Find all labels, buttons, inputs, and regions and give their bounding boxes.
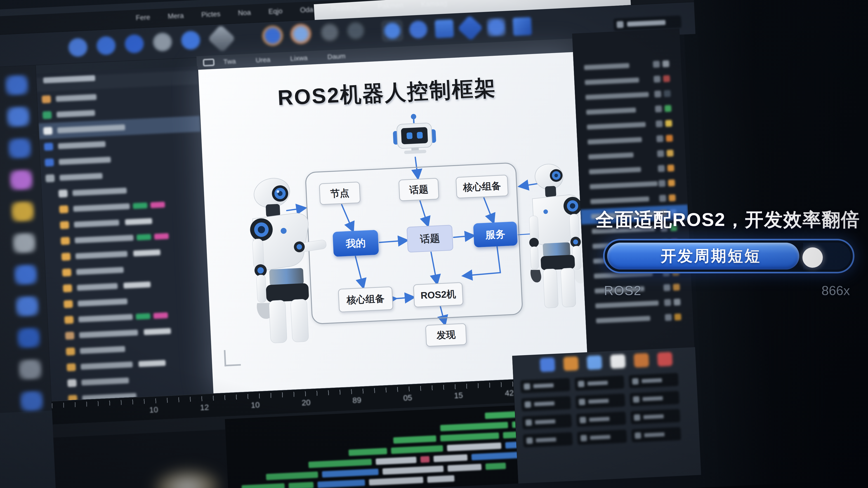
ruler-number: 10: [251, 400, 260, 410]
node-huati-1: 话题: [399, 178, 439, 201]
marketing-headline: 全面适配ROS2，开发效率翻倍: [590, 207, 866, 232]
photo-of-monitor: FereMeraPictesNoaEqjoOdaPwadaagPakmenKam…: [0, 0, 868, 488]
slider-caption-left: ROS2: [604, 283, 642, 298]
tool-strip-icon[interactable]: [7, 138, 32, 159]
viewport-icon: [203, 59, 215, 66]
coordinates-panel: [512, 347, 701, 484]
node-hexin-1: 核心组备: [456, 175, 508, 199]
menu-item[interactable]: Mera: [167, 12, 184, 21]
left-strip-icons: [4, 74, 44, 412]
scale-tool-icon[interactable]: [124, 34, 145, 54]
object-manager-panel[interactable]: [36, 66, 213, 401]
tool-strip-icon[interactable]: [15, 296, 39, 317]
material-sphere2-icon[interactable]: [345, 20, 366, 41]
material-sphere-icon[interactable]: [319, 22, 340, 43]
select-tool-icon[interactable]: [152, 32, 173, 52]
menu-item[interactable]: Pictes: [201, 10, 221, 19]
viewport-canvas[interactable]: ROS2机器人控制框架: [198, 52, 588, 394]
tool-strip-icon[interactable]: [17, 327, 41, 348]
tool-strip-icon[interactable]: [4, 74, 29, 96]
coordinates-toolbar-icons: [540, 352, 673, 372]
tool-strip-icon[interactable]: [9, 169, 33, 191]
attribute-manager-panel[interactable]: [572, 29, 695, 363]
move-tool-icon[interactable]: [68, 37, 88, 57]
node-jiedian: 节点: [319, 182, 361, 205]
ruler-number: 10: [149, 405, 158, 415]
ruler-number: 05: [403, 393, 412, 402]
viewport-menu-item[interactable]: Lixwa: [290, 54, 308, 63]
panel-icon[interactable]: [657, 352, 673, 366]
menu-item[interactable]: Noa: [238, 8, 251, 18]
tree-object-icon[interactable]: [383, 21, 402, 40]
panel-icon[interactable]: [610, 354, 626, 369]
coordinate-field[interactable]: [577, 429, 627, 445]
coordinate-field[interactable]: [520, 378, 570, 393]
viewport-menu-item[interactable]: Urea: [255, 56, 271, 64]
tool-strip-icon[interactable]: [6, 106, 31, 127]
tool-strip-icon[interactable]: [10, 201, 35, 222]
node-faxian: 发现: [425, 323, 467, 347]
coordinate-field[interactable]: [576, 412, 626, 427]
menu-item[interactable]: Oda: [300, 6, 313, 14]
object-manager-rows: [37, 84, 213, 401]
render-settings-icon[interactable]: [290, 23, 312, 44]
node-fuwu: 服务: [473, 221, 518, 248]
tool-strip-icon[interactable]: [12, 233, 36, 254]
console-left-panel: [53, 429, 228, 488]
panel-icon[interactable]: [540, 357, 555, 372]
coordinate-field[interactable]: [629, 391, 679, 406]
node-wode: 我的: [333, 230, 379, 257]
coordinate-field[interactable]: [576, 394, 625, 409]
panel-tab-icon: [617, 21, 624, 28]
cube-blue-icon[interactable]: [513, 17, 532, 36]
coordinate-field[interactable]: [630, 409, 680, 424]
pen-tool-icon[interactable]: [487, 18, 506, 37]
node-ros2: ROS2机: [413, 282, 464, 307]
coordinate-field[interactable]: [575, 376, 624, 391]
coordinate-field[interactable]: [629, 373, 679, 388]
ruler-number: 89: [352, 395, 362, 405]
console-glow: [152, 468, 221, 488]
diamond-icon[interactable]: [208, 25, 236, 53]
render-view-icon[interactable]: [262, 25, 283, 46]
node-huati-2: 话题: [407, 225, 454, 253]
coordinate-fields: [520, 372, 688, 448]
tool-strip-icon[interactable]: [13, 264, 38, 285]
ruler-number: 42: [505, 388, 514, 398]
viewport-menu-item[interactable]: Twa: [223, 57, 236, 66]
dev-cycle-slider[interactable]: 开发周期短短: [603, 239, 855, 273]
render-icon[interactable]: [181, 30, 201, 50]
ruler-number: 15: [454, 391, 463, 400]
coordinate-field[interactable]: [523, 432, 572, 448]
tool-strip-icon[interactable]: [20, 391, 44, 412]
tool-strip-icon[interactable]: [18, 359, 42, 380]
slider-caption-right: 866x: [796, 283, 850, 298]
coordinate-field[interactable]: [522, 414, 572, 429]
sphere-object-icon[interactable]: [409, 20, 428, 39]
panel-icon[interactable]: [633, 353, 649, 367]
canvas-corner-mark: [224, 349, 241, 366]
viewport-menu-item[interactable]: Daum: [327, 52, 346, 61]
robot-head-icon: [391, 111, 438, 158]
slider-knob[interactable]: [802, 248, 823, 268]
coordinate-field[interactable]: [521, 396, 571, 412]
menu-item[interactable]: Fere: [135, 13, 150, 22]
monitor-object-icon[interactable]: [435, 19, 454, 38]
ruler-number: 12: [200, 402, 209, 412]
panel-icon[interactable]: [587, 355, 602, 370]
slider-label: 开发周期短短: [604, 240, 817, 272]
coordinate-field[interactable]: [631, 427, 681, 442]
ruler-number: 20: [302, 398, 311, 408]
rotate-tool-icon[interactable]: [96, 36, 116, 56]
node-hexin-2: 核心组备: [338, 286, 393, 312]
panel-tab-label-blur: [627, 20, 666, 27]
left-robot-illustration: [237, 170, 331, 346]
pyramid-object-icon[interactable]: [457, 15, 483, 41]
panel-icon[interactable]: [563, 356, 579, 371]
menu-item[interactable]: Eqjo: [268, 7, 283, 16]
